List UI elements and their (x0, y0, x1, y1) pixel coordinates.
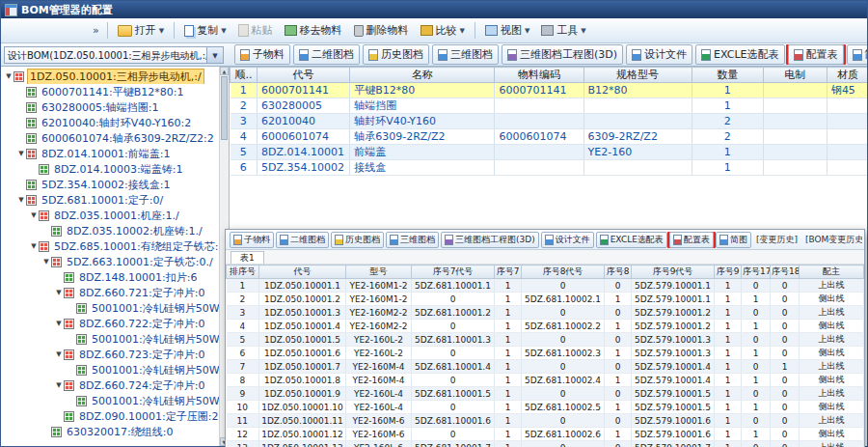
tree-node[interactable]: 8DZ.148.10001:扣片:6 (1, 269, 220, 285)
paste-button[interactable]: 粘贴 (233, 21, 278, 40)
tab-2d-drawings[interactable]: 二维图档 (276, 232, 329, 248)
table-row[interactable]: 362010040轴封环V40-Y1602 (231, 114, 868, 129)
tree-node[interactable]: 6000701141:平键B12*80:1 (1, 84, 220, 99)
bom-selector-dropdown-button[interactable]: ▼ (207, 46, 224, 64)
column-header[interactable]: 序号7 (495, 265, 522, 279)
table-row[interactable]: 2630280005轴端挡圈1 (231, 98, 868, 114)
tree-node[interactable]: 630320017:绕组线:0 (1, 424, 220, 439)
tab-config-table[interactable]: 配置表 (669, 232, 714, 248)
table-row[interactable]: 31DZ.050.10001.3YE2-160M2-25DZ.681.10001… (227, 306, 864, 320)
tree-node[interactable]: ▼8DZ.014.10001:前端盖:1 (1, 146, 220, 161)
table-row[interactable]: 91DZ.050.10001.9YE2-160L-45DZ.681.10001.… (227, 387, 864, 401)
tree-node[interactable]: ▼8DZ.660.723:定子冲片:0 (1, 347, 220, 362)
column-header[interactable]: 数量 (692, 68, 763, 83)
expand-arrow-icon[interactable]: ▼ (29, 211, 39, 219)
toolbar-overflow-chevron[interactable]: » (93, 24, 99, 37)
expand-arrow-icon[interactable]: ▼ (54, 289, 64, 296)
expand-arrow-icon[interactable]: ▼ (16, 196, 26, 204)
tree-node[interactable]: 8DZ.090.10001:定子压圈:2 (1, 408, 220, 424)
tree-node[interactable]: 5001001:冷轧硅钢片50W800:1 (1, 331, 220, 347)
table-row[interactable]: 46000601074轴承6309-2RZ/Z260006010746309-2… (231, 129, 868, 145)
open-button[interactable]: 打开 ▼ (113, 21, 169, 40)
table-row[interactable]: 61DZ.050.10001.6YE2-160L-2015DZ.681.1000… (227, 347, 864, 360)
column-header[interactable]: 代号 (258, 68, 350, 83)
tools-button[interactable]: 工具▼ (536, 21, 590, 40)
expand-arrow-icon[interactable]: ▼ (16, 150, 26, 157)
table-row[interactable]: 58DZ.014.10001前端盖YE2-1601 (231, 145, 868, 160)
table-row[interactable]: 71DZ.050.10001.7YE2-160M-45DZ.681.10001.… (227, 360, 864, 374)
column-header[interactable]: 电制 (763, 68, 827, 83)
expand-arrow-icon[interactable]: ▼ (54, 381, 64, 389)
tab-3d-engineering-drawings[interactable]: 三维图档工程图(3D) (441, 232, 539, 248)
column-header[interactable]: 排序号 (227, 265, 259, 279)
table-row[interactable]: 65DZ.354.10002接线盒1 (231, 160, 868, 176)
compare-button[interactable]: 比较▼ (416, 21, 470, 40)
scroll-up-arrow[interactable]: ▲ (220, 67, 229, 75)
tree-node[interactable]: 6000601074:轴承6309-2RZ/Z2:2 (1, 130, 220, 146)
tab-sketch[interactable]: 简图 (847, 44, 867, 65)
column-header[interactable]: 代号 (259, 265, 346, 279)
tab-sketch[interactable]: 简图 (716, 232, 751, 248)
column-header[interactable]: 序号9代号 (632, 265, 715, 279)
tree-node[interactable]: 5001001:冷轧硅钢片50W800:1 (1, 362, 220, 377)
column-header[interactable]: 配主 (800, 265, 864, 279)
tree-node[interactable]: ▼5DZ.685.10001:有绕组定子铁芯:0./ (1, 238, 220, 254)
column-header[interactable]: 规格型号 (583, 68, 692, 83)
tree-node[interactable]: 5DZ.354.10002:接线盒:1 (1, 177, 220, 192)
tab-history-drawings[interactable]: 历史图档 (331, 232, 384, 248)
column-header[interactable]: 型号 (346, 265, 412, 279)
tree-node[interactable]: 630280005:轴端挡圈:1 (1, 99, 220, 115)
link-bom-change-history[interactable]: [BOM变更历史] (802, 233, 862, 247)
tab-3d-drawings[interactable]: 三维图档 (432, 44, 499, 65)
table-row[interactable]: 111DZ.050.10001.11YE2-160M-65DZ.681.1000… (227, 414, 864, 428)
tab-design-files[interactable]: 设计文件 (541, 232, 594, 248)
tab-2d-drawings[interactable]: 二维图档 (293, 44, 360, 65)
tree-node[interactable]: 8DZ.035.10002:机座铸:1./ (1, 223, 220, 238)
tree-node[interactable]: 62010040:轴封环V40-Y160:2 (1, 115, 220, 130)
tab-excel-selection-table[interactable]: EXCLE选配表 (695, 44, 784, 65)
bom-selector-value[interactable]: 设计BOM(1DZ.050.10001:三相异步电动机,:/ (4, 46, 207, 64)
column-header[interactable]: 序号9 (715, 265, 742, 279)
expand-arrow-icon[interactable]: ▼ (54, 320, 64, 327)
column-header[interactable]: 材质 (827, 68, 867, 83)
column-header[interactable]: 名称 (350, 68, 495, 83)
view-button[interactable]: 视图▼ (480, 21, 534, 40)
tree-node[interactable]: ▼5DZ.681.10001:定子:0/ (1, 192, 220, 208)
tab-sub-materials[interactable]: 子物料 (234, 44, 290, 65)
table-row[interactable]: 81DZ.050.10001.8YE2-160M-4015DZ.681.1000… (227, 374, 864, 387)
tree-node[interactable]: ▼8DZ.660.724:定子冲片:0 (1, 377, 220, 393)
tab-history-drawings[interactable]: 历史图档 (363, 44, 429, 65)
tab-config-table[interactable]: 配置表 (788, 44, 844, 65)
column-header[interactable]: 序号8 (605, 265, 632, 279)
tree-node[interactable]: ▼8DZ.660.722:定子冲片:0 (1, 316, 220, 331)
table-row[interactable]: 11DZ.050.10001.1YE2-160M1-25DZ.681.10001… (227, 279, 864, 293)
expand-arrow-icon[interactable]: ▼ (29, 242, 39, 250)
tree-node[interactable]: ▼1DZ.050.10001:三相异步电动机,:/ (1, 69, 220, 84)
tab-design-files[interactable]: 设计文件 (626, 44, 692, 65)
column-header[interactable]: 序号7代号 (412, 265, 495, 279)
table-row[interactable]: 16000701141平键B12*806000701141B12*801钢45 (231, 83, 868, 98)
expand-arrow-icon[interactable]: ▼ (4, 72, 14, 80)
column-header[interactable]: 序号18 (771, 265, 800, 279)
table-row[interactable]: 121DZ.050.10001.12YE2-160M-6015DZ.681.10… (227, 428, 864, 441)
bom-selector[interactable]: 设计BOM(1DZ.050.10001:三相异步电动机,:/ ▼ (4, 46, 227, 64)
link-change-history[interactable]: [变更历史] (753, 233, 800, 247)
tab-3d-drawings[interactable]: 三维图档 (386, 232, 439, 248)
table-row[interactable]: 131DZ.050.10001.13YE2-160L-65DZ.681.1000… (227, 441, 864, 447)
column-header[interactable]: 顺.. (231, 68, 258, 83)
tree-node[interactable]: 5001001:冷轧硅钢片50W800:1 (1, 300, 220, 316)
expand-arrow-icon[interactable]: ▼ (54, 350, 64, 358)
sheet-tab[interactable]: 表1 (231, 251, 264, 264)
remove-material-button[interactable]: 移去物料 (280, 21, 347, 40)
table-row[interactable]: 41DZ.050.10001.4YE2-160M2-2015DZ.681.100… (227, 320, 864, 333)
delete-material-button[interactable]: 删除物料 (349, 21, 414, 40)
copy-button[interactable]: 复制▼ (179, 21, 231, 40)
tab-sub-materials[interactable]: 子物料 (230, 232, 274, 248)
scrollbar-thumb[interactable] (221, 76, 228, 140)
tree-node[interactable]: 8DZ.014.10003:端盖铸:1 (1, 161, 220, 177)
expand-arrow-icon[interactable]: ▼ (41, 258, 51, 265)
tree-node[interactable]: ▼5DZ.663.10001:定子铁芯:0./ (1, 254, 220, 269)
column-header[interactable]: 序号8代号 (522, 265, 605, 279)
table-row[interactable]: 21DZ.050.10001.2YE2-160M1-2015DZ.681.100… (227, 293, 864, 306)
tab-3d-engineering-drawings[interactable]: 三维图档工程图(3D) (502, 44, 623, 65)
